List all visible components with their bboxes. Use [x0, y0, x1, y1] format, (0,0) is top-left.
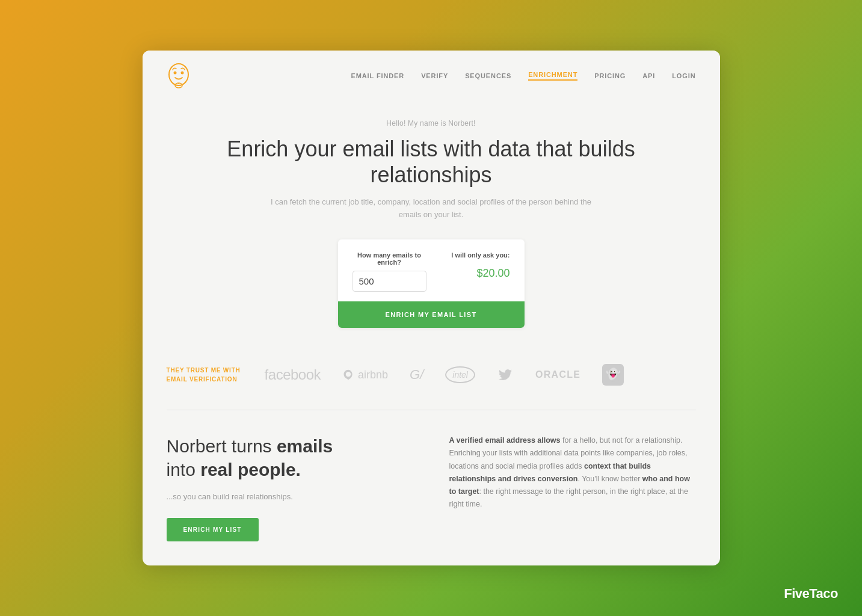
- trust-logos: facebook airbnb G/ intel ORACLE 👻: [265, 364, 696, 386]
- hero-title: Enrich your email lists with data that b…: [191, 136, 672, 188]
- snapchat-logo: 👻: [602, 364, 624, 386]
- nav-login[interactable]: LOGIN: [672, 72, 695, 79]
- trust-section: THEY TRUST ME WITHEMAIL VERIFICATION fac…: [143, 340, 720, 410]
- nav-links: EMAIL FINDER VERIFY SEQUENCES ENRICHMENT…: [351, 71, 696, 81]
- hero-subtitle: I can fetch the current job title, compa…: [263, 196, 600, 221]
- airbnb-logo: airbnb: [342, 369, 388, 381]
- bottom-title: Norbert turns emails into real people.: [167, 434, 413, 481]
- main-card: EMAIL FINDER VERIFY SEQUENCES ENRICHMENT…: [143, 51, 720, 565]
- nav-pricing[interactable]: PRICING: [594, 72, 626, 79]
- bottom-body-text: A verified email address allows for a he…: [449, 434, 696, 511]
- navbar: EMAIL FINDER VERIFY SEQUENCES ENRICHMENT…: [143, 51, 720, 101]
- trust-label: THEY TRUST ME WITHEMAIL VERIFICATION: [167, 366, 241, 384]
- svg-point-2: [180, 72, 183, 75]
- intel-logo: intel: [445, 366, 475, 383]
- hero-greeting: Hello! My name is Norbert!: [191, 119, 672, 128]
- nav-sequences[interactable]: SEQUENCES: [465, 72, 511, 79]
- oracle-logo: ORACLE: [535, 369, 580, 380]
- airbnb-icon: [342, 369, 354, 381]
- fivetaco-watermark: FiveTaco: [784, 586, 838, 602]
- quantity-input[interactable]: [352, 271, 426, 292]
- quantity-label: How many emails to enrich?: [352, 251, 426, 266]
- nav-api[interactable]: API: [642, 72, 655, 79]
- twitter-icon: [497, 368, 514, 381]
- norbert-logo-icon: [167, 63, 191, 89]
- bottom-left: Norbert turns emails into real people. .…: [167, 434, 413, 541]
- enrich-my-list-button[interactable]: ENRICH MY LIST: [167, 518, 259, 541]
- hero-section: Hello! My name is Norbert! Enrich your e…: [143, 101, 720, 340]
- twitter-logo: [497, 368, 514, 381]
- google-logo: G/: [410, 367, 423, 383]
- enrich-email-list-button[interactable]: ENRICH MY EMAIL LIST: [338, 301, 525, 328]
- nav-email-finder[interactable]: EMAIL FINDER: [351, 72, 405, 79]
- pricing-quantity-col: How many emails to enrich?: [352, 251, 426, 292]
- pricing-amount: $20.00: [436, 263, 510, 280]
- bottom-right: A verified email address allows for a he…: [449, 434, 696, 541]
- nav-logo[interactable]: [167, 63, 191, 89]
- svg-point-1: [173, 72, 176, 75]
- facebook-logo: facebook: [265, 366, 321, 383]
- svg-point-0: [169, 64, 188, 85]
- bottom-section: Norbert turns emails into real people. .…: [143, 410, 720, 565]
- pricing-ask-col: I will only ask you: $20.00: [436, 251, 510, 280]
- nav-verify[interactable]: VERIFY: [421, 72, 448, 79]
- pricing-widget: How many emails to enrich? I will only a…: [338, 239, 525, 328]
- pricing-row: How many emails to enrich? I will only a…: [352, 251, 510, 292]
- bottom-subtitle: ...so you can build real relationships.: [167, 491, 413, 504]
- nav-enrichment[interactable]: ENRICHMENT: [528, 71, 577, 81]
- real-people-bold: real people.: [200, 460, 301, 479]
- emails-bold: emails: [277, 436, 333, 456]
- ask-label: I will only ask you:: [436, 251, 510, 259]
